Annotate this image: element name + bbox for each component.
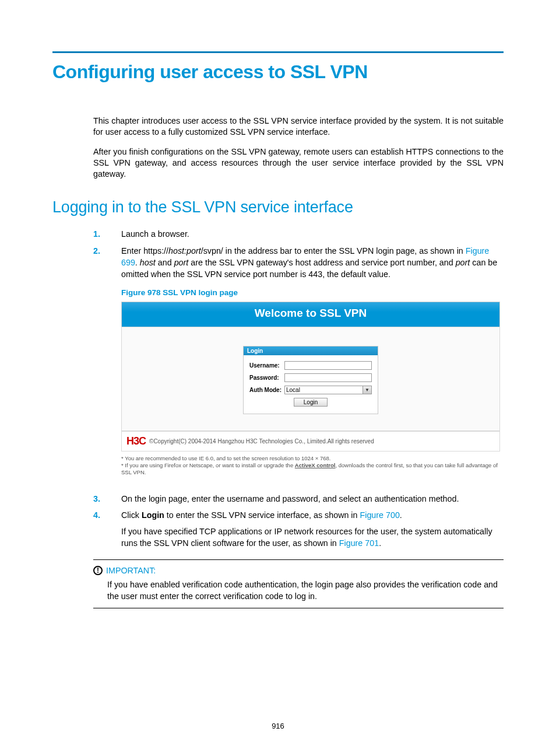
important-icon: ! xyxy=(93,566,103,575)
step-4-sub: If you have specified TCP applications o… xyxy=(121,526,504,549)
login-area: Login Username: Password: Auth Mode: xyxy=(121,327,500,431)
chapter-title: Configuring user access to SSL VPN xyxy=(52,61,504,83)
authmode-label: Auth Mode: xyxy=(249,387,284,393)
note-2: * If you are using Firefox or Netscape, … xyxy=(121,462,500,477)
authmode-select[interactable] xyxy=(284,386,363,394)
important-note: ! IMPORTANT: If you have enabled verific… xyxy=(93,559,504,608)
password-label: Password: xyxy=(249,374,284,381)
important-body: If you have enabled verification code au… xyxy=(107,579,504,602)
note-1: * You are recommended to use IE 6.0, and… xyxy=(121,455,500,462)
chevron-down-icon[interactable]: ▼ xyxy=(363,386,372,394)
step-4: 4. Click Login to enter the SSL VPN serv… xyxy=(93,509,504,549)
step-text: Enter https://host:port/svpn/ in the add… xyxy=(121,246,497,279)
top-rule xyxy=(52,51,504,53)
login-button[interactable]: Login xyxy=(294,398,328,407)
login-box: Login Username: Password: Auth Mode: xyxy=(243,346,378,414)
password-input[interactable] xyxy=(284,373,372,382)
step-text: Click Login to enter the SSL VPN service… xyxy=(121,510,402,520)
h3c-logo: H3C xyxy=(126,435,146,447)
screenshot-footer: H3C ©Copyright(C) 2004-2014 Hangzhou H3C… xyxy=(121,431,500,452)
login-page-screenshot: Welcome to SSL VPN Login Username: Passw… xyxy=(121,302,500,477)
intro-paragraph-2: After you finish configurations on the S… xyxy=(93,146,504,180)
activex-link[interactable]: ActiveX control xyxy=(295,462,336,468)
important-label: IMPORTANT: xyxy=(106,566,156,575)
page-number: 916 xyxy=(0,722,556,730)
figure-link[interactable]: Figure 700 xyxy=(360,510,399,520)
copyright-text: ©Copyright(C) 2004-2014 Hangzhou H3C Tec… xyxy=(149,438,374,444)
step-number: 4. xyxy=(93,509,100,521)
step-3: 3. On the login page, enter the username… xyxy=(93,493,504,505)
username-label: Username: xyxy=(249,362,284,369)
figure-link[interactable]: Figure 701 xyxy=(339,538,379,548)
section-title: Logging in to the SSL VPN service interf… xyxy=(52,198,504,216)
username-input[interactable] xyxy=(284,361,372,370)
step-1: 1. Launch a browser. xyxy=(93,228,504,240)
login-box-header: Login xyxy=(244,346,378,355)
welcome-banner: Welcome to SSL VPN xyxy=(121,302,500,327)
screenshot-notes: * You are recommended to use IE 6.0, and… xyxy=(121,455,500,477)
step-number: 3. xyxy=(93,493,100,505)
figure-caption: Figure 978 SSL VPN login page xyxy=(121,288,451,297)
step-2: 2. Enter https://host:port/svpn/ in the … xyxy=(93,245,504,280)
step-number: 2. xyxy=(93,245,100,257)
intro-paragraph-1: This chapter introduces user access to t… xyxy=(93,116,504,138)
step-number: 1. xyxy=(93,228,100,240)
step-text: On the login page, enter the username an… xyxy=(121,494,459,503)
step-text: Launch a browser. xyxy=(121,229,189,239)
